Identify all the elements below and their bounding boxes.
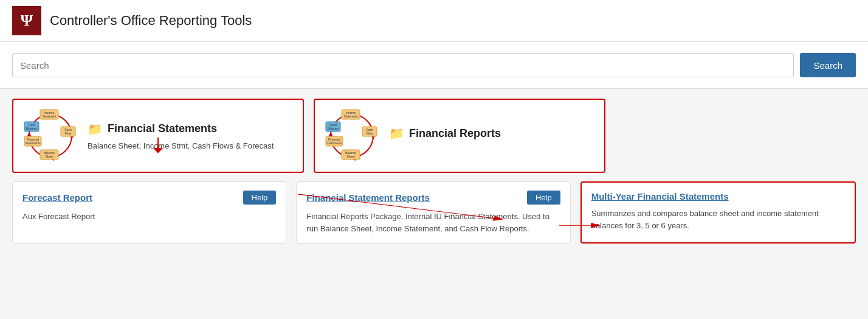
financial-statement-reports-header: Financial Statement Reports Help	[306, 191, 560, 205]
svg-text:Statements: Statements	[326, 141, 342, 145]
financial-reports-info: 📁 Financial Reports	[389, 126, 501, 145]
cards-wrapper: Income Statement Cash Flow Balance Sheet…	[12, 99, 856, 244]
svg-text:Statement: Statement	[344, 114, 358, 118]
search-area: Search	[0, 42, 868, 89]
financial-reports-card: Income Statement Cash Flow Balance Sheet…	[314, 99, 605, 173]
financial-statement-reports-help-button[interactable]: Help	[527, 191, 560, 205]
svg-text:Balance: Balance	[328, 127, 339, 130]
top-cards: Income Statement Cash Flow Balance Sheet…	[12, 99, 856, 173]
financial-reports-title: 📁 Financial Reports	[389, 126, 501, 141]
forecast-report-desc: Aux Forecast Report	[22, 211, 276, 223]
folder-icon: 📁	[88, 122, 103, 136]
search-button[interactable]: Search	[800, 53, 856, 77]
forecast-report-help-button[interactable]: Help	[243, 191, 277, 205]
main-content: Income Statement Cash Flow Balance Sheet…	[0, 89, 868, 256]
financial-statements-desc: Balance Sheet, Income Stmt, Cash Flows &…	[88, 141, 274, 150]
folder-icon-2: 📁	[389, 126, 404, 141]
forecast-report-card: Forecast Report Help Aux Forecast Report	[12, 181, 286, 244]
svg-text:Sheet: Sheet	[346, 155, 355, 158]
header: Ψ Controller's Office Reporting Tools	[0, 0, 868, 42]
forecast-report-link[interactable]: Forecast Report	[22, 192, 92, 203]
svg-text:Statements: Statements	[25, 141, 41, 145]
svg-text:Flow: Flow	[367, 131, 373, 135]
search-input[interactable]	[12, 53, 794, 77]
logo-symbol: Ψ	[21, 12, 33, 30]
financial-statements-diagram: Income Statement Cash Flow Balance Sheet…	[23, 108, 78, 163]
financial-statements-info: 📁 Financial Statements Balance Sheet, In…	[88, 122, 274, 150]
multi-year-financial-statements-card: Multi-Year Financial Statements Summariz…	[580, 181, 856, 244]
financial-statements-card: Income Statement Cash Flow Balance Sheet…	[12, 99, 304, 173]
svg-text:Statement: Statement	[43, 114, 57, 118]
multi-year-link[interactable]: Multi-Year Financial Statements	[591, 191, 729, 202]
financial-reports-diagram: Income Statement Cash Flow Balance Sheet…	[325, 108, 379, 163]
financial-statement-reports-link[interactable]: Financial Statement Reports	[306, 192, 430, 203]
multi-year-header: Multi-Year Financial Statements	[591, 191, 845, 202]
financial-statements-title: 📁 Financial Statements	[88, 122, 274, 136]
forecast-report-header: Forecast Report Help	[22, 191, 276, 205]
header-title: Controller's Office Reporting Tools	[50, 13, 252, 29]
financial-statement-reports-card: Financial Statement Reports Help Financi…	[296, 181, 570, 244]
svg-text:Balance: Balance	[26, 127, 37, 130]
bottom-cards: Forecast Report Help Aux Forecast Report…	[12, 181, 856, 244]
svg-text:Sheet: Sheet	[45, 155, 53, 158]
multi-year-desc: Summarizes and compares balance sheet an…	[591, 208, 845, 231]
logo: Ψ	[12, 6, 41, 35]
svg-text:Flow: Flow	[65, 131, 72, 135]
financial-statement-reports-desc: Financial Reports Package. Internal IU F…	[306, 211, 560, 234]
